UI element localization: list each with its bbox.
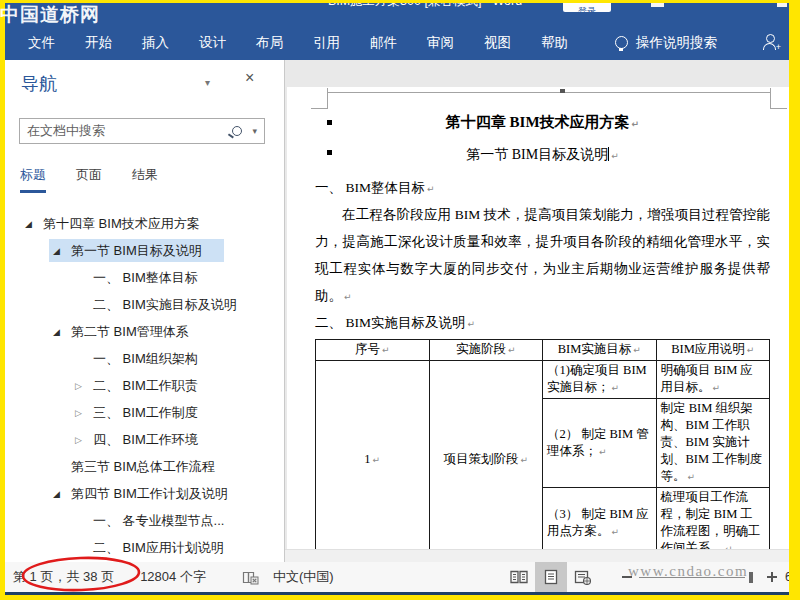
watermark-bottom-right: www.cndao.com [628, 563, 748, 580]
minimize-button[interactable] [651, 3, 664, 7]
zoom-in-button[interactable] [767, 572, 777, 582]
table-header-label: BIM实施目标 [558, 342, 641, 356]
ribbon-tab[interactable]: 引用 [300, 25, 353, 60]
text-boundary-top [327, 92, 770, 93]
horizontal-scrollbar[interactable] [285, 549, 789, 562]
search-dropdown-icon[interactable]: ▾ [252, 126, 257, 136]
nav-tree-item[interactable]: 一、 BIM整体目标 [5, 264, 284, 291]
watermark-top-left: 中国道桥网 [0, 2, 100, 28]
margin-crop-mark-right [770, 108, 787, 109]
nav-pane-tab[interactable]: 页面 [76, 166, 102, 193]
nav-item-label: 第三节 BIM总体工作流程 [71, 458, 215, 476]
signin-button[interactable]: 登录 [563, 3, 611, 12]
navigation-pane: 导航 ▾ × 在文档中搜索 ▾ 标题页面结果 ◢第十四章 BIM技术应用方案◢第… [5, 60, 285, 562]
nav-item-label: 一、 BIM组织架构 [93, 350, 198, 368]
nav-pane-tab[interactable]: 结果 [132, 166, 158, 193]
margin-crop-mark-right [770, 88, 771, 109]
zoom-percentage[interactable]: 6 [785, 570, 789, 584]
proofing-error-icon[interactable] [242, 570, 259, 585]
word-count-status[interactable]: 12804 个字 [140, 568, 206, 586]
ribbon-tab[interactable]: 文件 [15, 25, 68, 60]
nav-tree-item[interactable]: ◢第二节 BIM管理体系 [5, 318, 284, 345]
nav-item-label: 一、 BIM整体目标 [93, 269, 198, 287]
language-status[interactable]: 中文(中国) [273, 568, 334, 586]
expander-icon[interactable]: ◢ [53, 327, 71, 337]
ribbon-tab[interactable]: 视图 [471, 25, 524, 60]
ribbon-tab[interactable]: 开始 [72, 25, 125, 60]
tell-me-search[interactable]: 操作说明搜索 [615, 34, 717, 52]
red-circle-annotation [18, 555, 148, 593]
nav-pane-tab[interactable]: 标题 [20, 166, 46, 193]
view-switcher [503, 562, 599, 592]
table-header-label: 实施阶段 [456, 342, 516, 356]
table-cell-desc: 制定 BIM 组织架构、BIM 工作职责、BIM 实施计划、BIM 工作制度等。 [656, 399, 770, 488]
section-title: 第一节 BIM目标及说明 [315, 145, 770, 166]
heading-anchor-marker [327, 120, 332, 125]
heading-1: 一、 BIM整体目标 [315, 178, 770, 199]
ribbon-tab-bar: 文件开始插入设计布局引用邮件审阅视图帮助 操作说明搜索 + [5, 25, 789, 60]
nav-item-label: 二、 BIM应用计划说明 [93, 539, 224, 557]
table-cell-num: 1 [316, 361, 430, 551]
expander-icon[interactable]: ▷ [75, 381, 93, 391]
web-layout-button[interactable] [567, 562, 599, 592]
table-cell-desc: 明确项目 BIM 应用目标。 [656, 361, 770, 399]
chevron-down-icon[interactable]: ▾ [205, 77, 210, 88]
ribbon-tab[interactable]: 审阅 [414, 25, 467, 60]
nav-search-box[interactable]: 在文档中搜索 ▾ [19, 118, 265, 144]
nav-tree-item[interactable]: 一、 各专业模型节点... [5, 507, 284, 534]
nav-tree-item[interactable]: ▷二、 BIM工作职责 [5, 372, 284, 399]
account-icon[interactable]: + [763, 34, 777, 50]
ribbon-tab[interactable]: 帮助 [528, 25, 581, 60]
body-paragraph: 在工程各阶段应用 BIM 技术，提高项目策划能力，增强项目过程管控能力，提高施工… [315, 201, 770, 311]
nav-tree-item[interactable]: ◢第一节 BIM目标及说明 [5, 237, 284, 264]
ribbon-tab[interactable]: 插入 [129, 25, 182, 60]
ribbon-tabs: 文件开始插入设计布局引用邮件审阅视图帮助 [15, 25, 585, 60]
expander-icon[interactable]: ◢ [25, 219, 43, 229]
expander-icon[interactable]: ▷ [75, 408, 93, 418]
ribbon-tab[interactable]: 邮件 [357, 25, 410, 60]
search-input[interactable]: 在文档中搜索 [20, 122, 232, 140]
margin-crop-mark-left [311, 108, 327, 109]
nav-tree-item[interactable]: ◢第十四章 BIM技术应用方案 [5, 210, 284, 237]
expander-icon[interactable]: ▷ [75, 435, 93, 445]
table-header-cell: BIM应用说明 [656, 340, 770, 361]
table-header-cell: 序号 [316, 340, 430, 361]
page-content[interactable]: 第十四章 BIM技术应用方案 第一节 BIM目标及说明 一、 BIM整体目标 在… [287, 87, 789, 550]
document-title-text: BIM施工方案300 [兼容模式] - Word [285, 3, 565, 9]
table-cell-goal: （2） 制定 BIM 管理体系； [543, 399, 657, 488]
chapter-title: 第十四章 BIM技术应用方案 [315, 111, 770, 135]
zoom-slider-handle[interactable] [749, 572, 753, 583]
nav-item-label: 第二节 BIM管理体系 [71, 323, 189, 341]
close-window-button[interactable] [777, 3, 787, 7]
nav-item-label: 第一节 BIM目标及说明 [71, 242, 202, 260]
nav-tree-item[interactable]: ◢第四节 BIM工作计划及说明 [5, 480, 284, 507]
nav-pane-tabs: 标题页面结果 [20, 166, 158, 193]
ribbon-tab[interactable]: 设计 [186, 25, 239, 60]
nav-tree-item[interactable]: 第三节 BIM总体工作流程 [5, 453, 284, 480]
nav-tree-item[interactable]: ▷四、 BIM工作环境 [5, 426, 284, 453]
nav-tree-item[interactable]: ▷三、 BIM工作制度 [5, 399, 284, 426]
table-header-label: 序号 [355, 342, 390, 356]
lightbulb-icon [615, 36, 628, 49]
center-tab-marker [560, 89, 565, 93]
document-area: 第十四章 BIM技术应用方案 第一节 BIM目标及说明 一、 BIM整体目标 在… [285, 60, 789, 562]
doc-table: 序号实施阶段BIM实施目标BIM应用说明1项目策划阶段（1)确定项目 BIM 实… [315, 339, 770, 550]
expander-icon[interactable]: ◢ [53, 246, 71, 256]
heading-2: 二、 BIM实施目标及说明 [315, 313, 770, 334]
table-header-label: BIM应用说明 [671, 342, 754, 356]
table-cell-goal: （1)确定项目 BIM 实施目标； [543, 361, 657, 399]
table-cell-desc: 梳理项目工作流程，制定 BIM 工作流程图，明确工作间关系。 [656, 488, 770, 551]
nav-tree-item[interactable]: 一、 BIM组织架构 [5, 345, 284, 372]
print-layout-button[interactable] [535, 562, 567, 592]
word-window: BIM施工方案300 [兼容模式] - Word 登录 文件开始插入设计布局引用… [5, 3, 789, 595]
nav-tree-item[interactable]: 二、 BIM实施目标及说明 [5, 291, 284, 318]
nav-tree: ◢第十四章 BIM技术应用方案◢第一节 BIM目标及说明一、 BIM整体目标二、… [5, 210, 284, 561]
nav-item-label: 一、 各专业模型节点... [93, 512, 224, 530]
expander-icon[interactable]: ◢ [53, 489, 71, 499]
table-cell-stage: 项目策划阶段 [429, 361, 543, 551]
search-icon[interactable] [232, 126, 242, 136]
close-icon[interactable]: × [245, 70, 254, 86]
document-page[interactable]: 第十四章 BIM技术应用方案 第一节 BIM目标及说明 一、 BIM整体目标 在… [287, 87, 789, 550]
ribbon-tab[interactable]: 布局 [243, 25, 296, 60]
read-mode-button[interactable] [503, 562, 535, 592]
